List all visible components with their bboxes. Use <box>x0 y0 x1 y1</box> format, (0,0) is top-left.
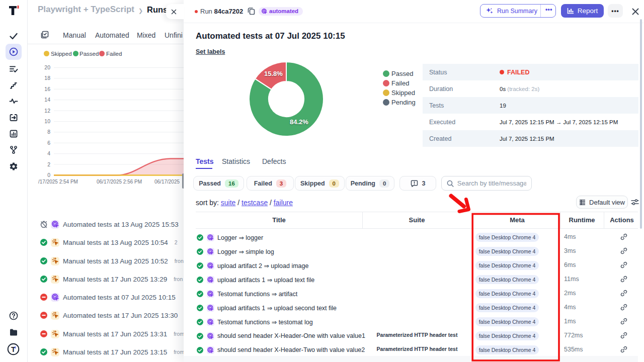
svg-text:20: 20 <box>44 64 50 70</box>
svg-text:14: 14 <box>44 97 50 103</box>
svg-text:2: 2 <box>47 161 50 167</box>
svg-text:8: 8 <box>47 129 50 135</box>
svg-text:6: 6 <box>47 140 50 146</box>
svg-text:18: 18 <box>44 75 50 81</box>
svg-text:12: 12 <box>44 108 50 114</box>
svg-text:15.8%: 15.8% <box>264 70 283 77</box>
svg-text:/17/2025 2:54 PM: /17/2025 2:54 PM <box>38 179 78 185</box>
svg-text:06/17/2025 2:56 PM: 06/17/2025 2:56 PM <box>97 179 142 185</box>
svg-text:0: 0 <box>47 172 50 178</box>
svg-text:4: 4 <box>47 150 50 156</box>
svg-text:06/17/2025: 06/17/2025 <box>154 179 180 185</box>
svg-text:84.2%: 84.2% <box>290 118 308 126</box>
svg-text:10: 10 <box>44 118 50 124</box>
svg-text:16: 16 <box>44 86 50 92</box>
